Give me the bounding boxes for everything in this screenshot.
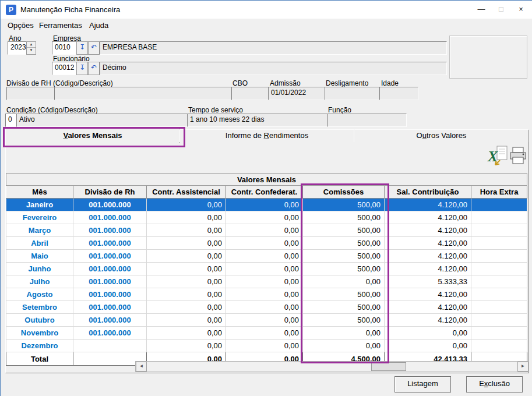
cell-confederat[interactable]: 0,00 (226, 263, 303, 275)
cell-comissoes[interactable]: 500,00 (303, 250, 385, 263)
cell-assistencial[interactable]: 0,00 (147, 250, 226, 263)
scroll-right-button[interactable]: ► (517, 362, 529, 372)
table-row[interactable]: Setembro001.000.0000,000,00500,004.120,0… (6, 301, 527, 314)
cell-confederat[interactable]: 0,00 (226, 237, 303, 250)
scrollbar-thumb[interactable] (371, 362, 406, 371)
cell-comissoes[interactable]: 0,00 (303, 327, 385, 340)
cell-divisao[interactable]: 001.000.000 (73, 263, 147, 275)
table-row[interactable]: Março001.000.0000,000,00500,004.120,00 (6, 224, 527, 237)
cell-sal[interactable]: 4.120,00 (385, 224, 471, 237)
cell-sal[interactable]: 4.120,00 (385, 250, 471, 263)
cell-hora[interactable] (471, 211, 527, 224)
cell-comissoes[interactable]: 500,00 (303, 288, 385, 301)
excel-export-button[interactable]: X (487, 145, 508, 167)
cell-mes[interactable]: Agosto (6, 288, 73, 301)
cell-comissoes[interactable]: 500,00 (303, 301, 385, 314)
cell-sal[interactable]: 4.120,00 (385, 288, 471, 301)
cell-confederat[interactable]: 0,00 (226, 340, 303, 352)
cell-mes[interactable]: Maio (6, 250, 73, 263)
cell-mes[interactable]: Abril (6, 237, 73, 250)
cell-mes[interactable]: Junho (6, 263, 73, 275)
cell-assistencial[interactable]: 0,00 (147, 237, 226, 250)
cell-confederat[interactable]: 0,00 (226, 314, 303, 327)
print-button[interactable] (509, 146, 527, 167)
cell-hora[interactable] (471, 275, 527, 288)
cell-mes[interactable]: Novembro (6, 327, 73, 340)
scroll-left-button[interactable]: ◄ (136, 362, 147, 372)
table-row[interactable]: Junho001.000.0000,000,00500,004.120,00 (6, 263, 527, 275)
cell-mes[interactable]: Julho (6, 275, 73, 288)
cell-mes[interactable]: Fevereiro (6, 211, 73, 224)
cell-mes[interactable]: Outubro (6, 314, 73, 327)
tab-informe-rendimentos[interactable]: Informe de Rendimentos (179, 129, 355, 142)
cell-confederat[interactable]: 0,00 (226, 288, 303, 301)
cell-divisao[interactable]: 001.000.000 (73, 314, 147, 327)
funcionario-undo-button[interactable]: ↶ (88, 62, 100, 75)
cell-hora[interactable] (471, 224, 527, 237)
exclusao-button[interactable]: Exclusão (466, 376, 523, 393)
cell-hora[interactable] (471, 288, 527, 301)
cell-confederat[interactable]: 0,00 (226, 327, 303, 340)
spin-down-icon[interactable]: ▼ (27, 47, 36, 53)
cell-divisao[interactable]: 001.000.000 (73, 327, 147, 340)
menu-opcoes[interactable]: Opções (5, 20, 36, 30)
cell-divisao[interactable]: 001.000.000 (73, 199, 147, 211)
cell-sal[interactable]: 0,00 (385, 340, 471, 352)
ano-spinner[interactable]: ▲ ▼ (26, 41, 36, 55)
cell-mes[interactable]: Setembro (6, 301, 73, 314)
table-row[interactable]: Abril001.000.0000,000,00500,004.120,00 (6, 237, 527, 250)
close-button[interactable]: × (512, 1, 530, 18)
cell-comissoes[interactable]: 500,00 (303, 199, 385, 211)
cell-assistencial[interactable]: 0,00 (147, 340, 226, 352)
cell-confederat[interactable]: 0,00 (226, 275, 303, 288)
funcionario-lookup-button[interactable]: ↧ (76, 62, 88, 75)
cell-divisao[interactable]: 001.000.000 (73, 301, 147, 314)
cell-hora[interactable] (471, 263, 527, 275)
cell-comissoes[interactable]: 500,00 (303, 237, 385, 250)
cell-sal[interactable]: 4.120,00 (385, 211, 471, 224)
cell-assistencial[interactable]: 0,00 (147, 263, 226, 275)
table-row[interactable]: Fevereiro001.000.0000,000,00500,004.120,… (6, 211, 527, 224)
cell-divisao[interactable]: 001.000.000 (73, 288, 147, 301)
cell-assistencial[interactable]: 0,00 (147, 275, 226, 288)
cell-sal[interactable]: 4.120,00 (385, 301, 471, 314)
cell-divisao[interactable]: 001.000.000 (73, 250, 147, 263)
spin-up-icon[interactable]: ▲ (27, 42, 36, 47)
tab-valores-mensais[interactable]: Valores Mensais (5, 128, 180, 143)
empresa-undo-button[interactable]: ↶ (88, 41, 100, 55)
cell-divisao[interactable]: 001.000.000 (73, 237, 147, 250)
cell-comissoes[interactable]: 0,00 (303, 340, 385, 352)
cell-comissoes[interactable]: 500,00 (303, 211, 385, 224)
cell-hora[interactable] (471, 340, 527, 352)
cell-sal[interactable]: 5.333,33 (385, 275, 471, 288)
menu-ajuda[interactable]: Ajuda (87, 20, 111, 30)
cell-assistencial[interactable]: 0,00 (147, 211, 226, 224)
menu-ferramentas[interactable]: Ferramentas (37, 20, 84, 30)
cell-hora[interactable] (471, 250, 527, 263)
cell-divisao[interactable] (73, 340, 147, 352)
cell-confederat[interactable]: 0,00 (226, 211, 303, 224)
cell-mes[interactable]: Dezembro (6, 340, 73, 352)
cell-assistencial[interactable]: 0,00 (147, 224, 226, 237)
cell-hora[interactable] (471, 314, 527, 327)
cell-mes[interactable]: Janeiro (6, 199, 73, 211)
listagem-button[interactable]: Listagem (394, 376, 451, 393)
cell-confederat[interactable]: 0,00 (226, 250, 303, 263)
cell-assistencial[interactable]: 0,00 (147, 301, 226, 314)
cell-sal[interactable]: 4.120,00 (385, 237, 471, 250)
cell-assistencial[interactable]: 0,00 (147, 314, 226, 327)
table-row[interactable]: Maio001.000.0000,000,00500,004.120,00 (6, 250, 527, 263)
cell-sal[interactable]: 4.120,00 (385, 199, 471, 211)
table-row[interactable]: Janeiro001.000.0000,000,00500,004.120,00 (6, 199, 527, 211)
cell-comissoes[interactable]: 0,00 (303, 275, 385, 288)
cell-assistencial[interactable]: 0,00 (147, 288, 226, 301)
cell-sal[interactable]: 4.120,00 (385, 314, 471, 327)
tab-outros-valores[interactable]: Outros Valores (354, 129, 529, 142)
cell-hora[interactable] (471, 237, 527, 250)
table-row[interactable]: Agosto001.000.0000,000,00500,004.120,00 (6, 288, 527, 301)
cell-assistencial[interactable]: 0,00 (147, 199, 226, 211)
cell-divisao[interactable]: 001.000.000 (73, 211, 147, 224)
minimize-button[interactable]: — (472, 1, 491, 18)
cell-sal[interactable]: 4.120,00 (385, 263, 471, 275)
cell-assistencial[interactable]: 0,00 (147, 327, 226, 340)
